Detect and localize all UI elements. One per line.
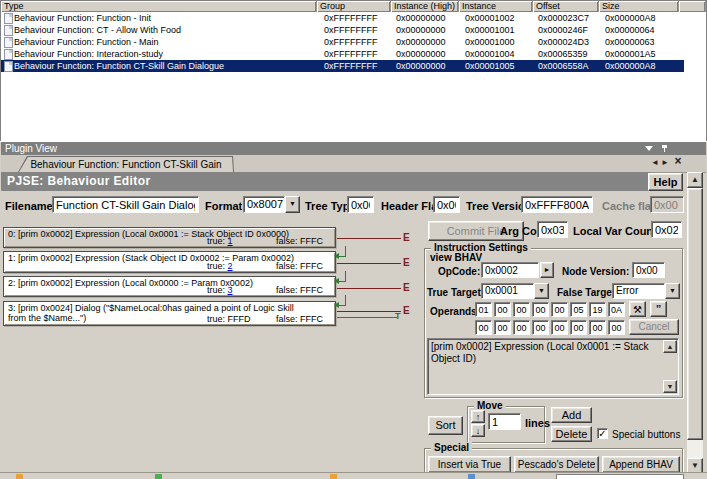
- opcode-input[interactable]: [481, 262, 539, 278]
- scroll-down-icon[interactable]: ▼: [663, 380, 677, 393]
- chevron-down-icon[interactable]: ▼: [534, 283, 549, 299]
- cancel-button[interactable]: Cancel: [629, 319, 679, 335]
- opcode-flyout-icon[interactable]: ►: [540, 262, 554, 278]
- arg-count-input[interactable]: [537, 221, 568, 238]
- operand-cell[interactable]: [513, 302, 530, 317]
- operand-cell[interactable]: [513, 320, 530, 335]
- table-cell: 0x00065359: [538, 48, 598, 60]
- column-header-type[interactable]: Type: [1, 1, 317, 12]
- operand-cell[interactable]: [551, 320, 568, 335]
- string-quote-icon[interactable]: ”: [650, 301, 667, 317]
- table-row[interactable]: Behaviour Function: Interaction-study 0x…: [1, 48, 684, 60]
- instruction-description-text: [prim 0x0002] Expression (Local 0x0001 :…: [431, 341, 660, 365]
- false-value: FFFC: [300, 261, 323, 271]
- instruction-row-2[interactable]: 2: [prim 0x0002] Expression (Local 0x000…: [3, 276, 336, 297]
- true-target: true: 1: [207, 236, 233, 246]
- move-down-icon[interactable]: ↓: [471, 424, 485, 437]
- table-cell: 0x00000063: [605, 36, 675, 48]
- header-flag-input[interactable]: [433, 196, 460, 213]
- true-target-select[interactable]: 0x0001 ▼: [481, 283, 549, 299]
- plugin-view-title: Plugin View: [5, 143, 57, 154]
- filename-input[interactable]: [52, 196, 199, 213]
- operand-cell[interactable]: [608, 320, 625, 335]
- false-label: false:: [276, 236, 298, 246]
- table-cell: 0x00000000: [396, 12, 462, 24]
- true-target: true: FFFD: [207, 314, 251, 324]
- true-target: true: 3: [207, 285, 233, 295]
- scroll-up-icon[interactable]: ▲: [663, 340, 677, 353]
- format-label: Format: [205, 200, 242, 212]
- insert-via-true-button[interactable]: Insert via True: [428, 456, 511, 473]
- operand-cell[interactable]: [589, 320, 606, 335]
- instruction-row-0[interactable]: 0: [prim 0x0002] Expression (Local 0x000…: [3, 227, 336, 248]
- operand-cell[interactable]: [570, 320, 587, 335]
- operand-cell[interactable]: [532, 320, 549, 335]
- table-row[interactable]: Behaviour Function: CT - Allow With Food…: [1, 24, 684, 36]
- table-cell: 0x000000A8: [605, 60, 675, 72]
- node-version-input[interactable]: [632, 262, 665, 278]
- tab-scroll-right-icon[interactable]: ►: [660, 158, 670, 167]
- help-button[interactable]: Help: [648, 173, 683, 191]
- append-bhav-button[interactable]: Append BHAV: [602, 456, 680, 473]
- tree-version-input[interactable]: [521, 196, 593, 213]
- pin-icon[interactable]: [662, 144, 668, 153]
- operand-cell[interactable]: [551, 302, 568, 317]
- window-menu-icon[interactable]: [645, 146, 653, 151]
- table-cell: Behaviour Function: CT - Allow With Food: [14, 24, 314, 36]
- table-cell: 0xFFFFFFFF: [324, 36, 394, 48]
- close-icon[interactable]: ×: [672, 155, 684, 168]
- column-header-label: Size: [602, 1, 620, 11]
- table-row[interactable]: Behaviour Function: Function - Init 0xFF…: [1, 12, 684, 24]
- table-cell: 0x000000A8: [605, 12, 675, 24]
- move-up-icon[interactable]: ↑: [471, 410, 485, 423]
- statusbar-item[interactable]: [556, 474, 684, 479]
- operand-cell[interactable]: [532, 302, 549, 317]
- instruction-row-3[interactable]: 3: [prim 0x0024] Dialog ("$NameLocal:0ha…: [3, 301, 336, 326]
- special-buttons-checkbox[interactable]: ✓: [597, 428, 608, 439]
- column-header-size[interactable]: Size: [599, 1, 679, 12]
- table-row-selected[interactable]: Behaviour Function: Function CT-Skill Ga…: [1, 60, 684, 72]
- operand-wizard-icon[interactable]: ⚒: [629, 301, 646, 317]
- statusbar-icon[interactable]: [468, 474, 475, 479]
- true-wire-arrow: [334, 302, 339, 308]
- operand-cell[interactable]: [475, 320, 492, 335]
- tab-behaviour-function[interactable]: Behaviour Function: Function CT-Skill Ga…: [18, 156, 234, 172]
- table-row[interactable]: Behaviour Function: Function - Main 0xFF…: [1, 36, 684, 48]
- operand-cell[interactable]: [570, 302, 587, 317]
- true-link[interactable]: 2: [228, 261, 233, 271]
- sort-button[interactable]: Sort: [428, 416, 463, 435]
- operand-cell[interactable]: [589, 302, 606, 317]
- move-lines-input[interactable]: [488, 413, 521, 430]
- column-header-instance-high[interactable]: Instance (High): [391, 1, 459, 12]
- statusbar-icon[interactable]: [16, 474, 23, 479]
- statusbar-icon[interactable]: [330, 474, 337, 479]
- pescados-delete-button[interactable]: Pescado's Delete: [514, 456, 599, 473]
- true-link[interactable]: 3: [228, 285, 233, 295]
- instruction-row-1[interactable]: 1: [prim 0x0002] Expression (Stack Objec…: [3, 251, 336, 273]
- format-value: 0x8007: [243, 196, 285, 213]
- operand-cell[interactable]: [494, 302, 511, 317]
- true-link[interactable]: 1: [228, 236, 233, 246]
- chevron-down-icon[interactable]: ▼: [285, 196, 300, 213]
- operand-cell[interactable]: [475, 302, 492, 317]
- operand-cell[interactable]: [494, 320, 511, 335]
- false-target: false: FFFC: [276, 314, 323, 324]
- add-button[interactable]: Add: [551, 407, 592, 423]
- tree-type-input[interactable]: [347, 196, 374, 213]
- false-target-select[interactable]: Error ▼: [612, 283, 680, 299]
- tab-scroll-left-icon[interactable]: ◄: [650, 158, 660, 167]
- true-node: T: [395, 312, 401, 321]
- column-header-group[interactable]: Group: [317, 1, 391, 12]
- statusbar-icon[interactable]: [155, 474, 162, 479]
- filename-label: Filename: [5, 200, 53, 212]
- chevron-down-icon[interactable]: ▼: [665, 283, 680, 299]
- column-header-instance[interactable]: Instance: [459, 1, 533, 12]
- scrollbar-thumb[interactable]: [687, 188, 703, 440]
- delete-button[interactable]: Delete: [551, 426, 592, 442]
- column-header-offset[interactable]: Offset: [533, 1, 599, 12]
- operand-cell[interactable]: [608, 302, 625, 317]
- true-target: true: 2: [207, 261, 233, 271]
- local-var-count-input[interactable]: [651, 221, 682, 238]
- format-select[interactable]: 0x8007 ▼: [243, 196, 300, 213]
- scroll-up-icon[interactable]: ▲: [687, 172, 703, 188]
